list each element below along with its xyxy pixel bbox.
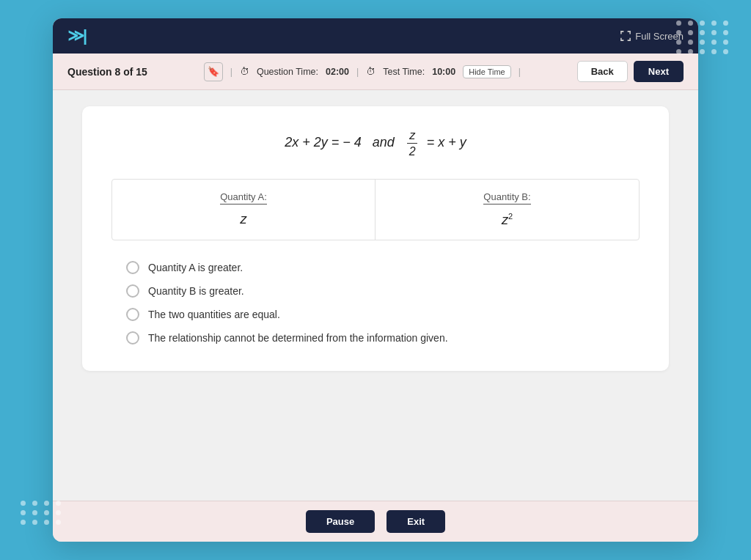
question-time-value: 02:00: [326, 67, 349, 77]
math-text-part1: 2x + 2y = − 4 and: [285, 135, 402, 150]
logo: ≫|: [67, 26, 86, 45]
test-clock-icon: ⏱: [366, 66, 376, 77]
header-buttons: Back Next: [577, 61, 684, 82]
fullscreen-button[interactable]: Full Screen: [620, 31, 684, 42]
quantity-a-value: z: [127, 212, 360, 227]
decorative-dots-top-right: [676, 21, 730, 54]
hide-time-button[interactable]: Hide Time: [463, 65, 511, 78]
radio-d[interactable]: [126, 331, 139, 345]
question-card: 2x + 2y = − 4 and z 2 = x + y Quantity A…: [82, 106, 669, 371]
test-time-value: 10:00: [432, 67, 455, 77]
header-center: 🔖 | ⏱ Question Time: 02:00 | ⏱ Test Time…: [204, 62, 521, 81]
quantity-a-heading: Quantity A:: [220, 191, 267, 205]
quantity-b-heading: Quantity B:: [483, 191, 530, 205]
question-progress: Question 8 of 15: [67, 66, 147, 78]
option-a[interactable]: Quantity A is greater.: [126, 261, 625, 274]
option-b-text: Quantity B is greater.: [148, 285, 244, 297]
radio-b[interactable]: [126, 284, 139, 298]
back-button[interactable]: Back: [577, 61, 628, 82]
option-d[interactable]: The relationship cannot be determined fr…: [126, 331, 625, 345]
bookmark-icon[interactable]: 🔖: [204, 62, 223, 81]
option-c-text: The two quantities are equal.: [148, 309, 280, 320]
option-c[interactable]: The two quantities are equal.: [126, 308, 625, 321]
fraction-denominator: 2: [407, 144, 418, 158]
question-clock-icon: ⏱: [240, 66, 249, 77]
option-d-text: The relationship cannot be determined fr…: [148, 332, 448, 344]
next-button[interactable]: Next: [634, 61, 684, 82]
option-b[interactable]: Quantity B is greater.: [126, 284, 625, 298]
fullscreen-icon: [620, 31, 631, 41]
logo-icon: ≫|: [67, 26, 86, 45]
option-a-text: Quantity A is greater.: [148, 262, 243, 273]
pause-button[interactable]: Pause: [306, 510, 375, 533]
content-area: 2x + 2y = − 4 and z 2 = x + y Quantity A…: [53, 90, 698, 501]
options-list: Quantity A is greater. Quantity B is gre…: [111, 261, 640, 345]
math-fraction: z 2: [407, 128, 418, 158]
header-bar: Question 8 of 15 🔖 | ⏱ Question Time: 02…: [53, 54, 698, 90]
math-expression: 2x + 2y = − 4 and z 2 = x + y: [111, 128, 640, 158]
decorative-dots-bottom-left: [21, 501, 63, 525]
radio-c[interactable]: [126, 308, 139, 321]
math-text-part2: = x + y: [423, 135, 466, 150]
radio-a[interactable]: [126, 261, 139, 274]
topbar: ≫| Full Screen: [53, 18, 698, 54]
quantity-b-column: Quantity B: z2: [376, 180, 639, 240]
test-time-label: Test Time:: [383, 67, 425, 77]
quantity-b-value: z2: [390, 212, 624, 228]
quantity-columns: Quantity A: z Quantity B: z2: [111, 179, 640, 240]
footer-bar: Pause Exit: [53, 501, 698, 542]
quantity-a-column: Quantity A: z: [112, 180, 376, 240]
question-time-label: Question Time:: [257, 67, 318, 77]
app-window: ≫| Full Screen Question 8 of 15 🔖 | ⏱ Qu…: [53, 18, 698, 542]
exit-button[interactable]: Exit: [387, 510, 445, 533]
fraction-numerator: z: [407, 128, 417, 144]
